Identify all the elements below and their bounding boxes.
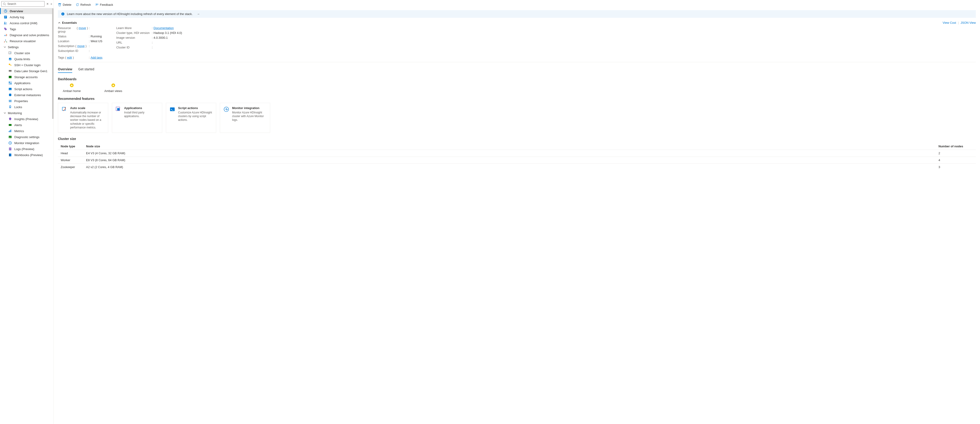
nav-properties[interactable]: Properties [0, 98, 54, 104]
nav-overview[interactable]: Overview [0, 8, 54, 14]
cluster-size-table: Node type Node size Number of nodes Head… [58, 143, 976, 170]
feedback-button[interactable]: Feedback [95, 3, 113, 6]
nav-locks[interactable]: Locks [0, 104, 54, 110]
cell: E4 V3 (4 Cores, 32 GB RAM) [86, 151, 939, 155]
nav-label: Script actions [14, 87, 32, 91]
nav-ssh-login[interactable]: SSH + Cluster login [0, 62, 54, 68]
nav-monitor-integration[interactable]: Monitor integration [0, 140, 54, 146]
svg-rect-17 [11, 65, 11, 66]
nav-quota-limits[interactable]: Quota limits [0, 56, 54, 62]
dashboard-ambari-home[interactable]: Ambari home [58, 83, 86, 93]
svg-point-5 [5, 22, 5, 23]
apps-icon [115, 106, 121, 112]
svg-rect-22 [9, 82, 10, 83]
nav-resource-visualizer[interactable]: Resource visualizer [0, 38, 54, 44]
nav-diagnostic-settings[interactable]: Diagnostic settings [0, 134, 54, 140]
subscription-move[interactable]: move [77, 44, 85, 48]
chevron-down-icon [4, 46, 6, 48]
table-row[interactable]: Worker E8 V3 (8 Cores, 64 GB RAM) 4 [58, 157, 976, 164]
cell: Zookeeper [60, 165, 86, 169]
tab-overview[interactable]: Overview [58, 67, 72, 73]
svg-point-33 [11, 100, 11, 101]
nav-access-control[interactable]: Access control (IAM) [0, 20, 54, 26]
ess-label: URL [116, 41, 151, 44]
nav-section-settings[interactable]: Settings [0, 44, 54, 50]
nav-storage-accounts[interactable]: Storage accounts [0, 74, 54, 80]
nav-label: Data Lake Storage Gen1 [14, 69, 48, 73]
delete-button[interactable]: Delete [58, 3, 72, 6]
cell: 3 [939, 165, 973, 169]
banner-text: Learn more about the new version of HDIn… [67, 12, 192, 16]
nav-label: Metrics [14, 129, 24, 133]
nav-cluster-size[interactable]: Cluster size [0, 50, 54, 56]
tags-edit[interactable]: edit [67, 56, 72, 59]
nav-section-monitoring[interactable]: Monitoring [0, 110, 54, 116]
cluster-size-title: Cluster size [58, 137, 976, 141]
sidebar-scrollbar[interactable] [52, 8, 54, 119]
nav-script-actions[interactable]: Script actions [0, 86, 54, 92]
chevron-up-icon[interactable] [58, 21, 60, 24]
activity-log-icon [4, 15, 7, 19]
essentials-grid: Resource group (move): Status:Running Lo… [58, 26, 976, 59]
card-title: Applications [124, 106, 159, 110]
card-monitor-integration[interactable]: Monitor integrationMonitor Azure HDInsig… [220, 103, 270, 133]
card-applications[interactable]: ApplicationsInstall third party applicat… [112, 103, 162, 133]
resource-group-move[interactable]: move [79, 26, 86, 33]
visualizer-icon [4, 39, 7, 43]
svg-point-44 [96, 3, 97, 5]
dashboards: Ambari home Ambari views [58, 83, 976, 93]
card-script-actions[interactable]: Script actionsCustomize Azure HDInsight … [166, 103, 216, 133]
card-auto-scale[interactable]: Auto scaleAutomatically increase or decr… [58, 103, 108, 133]
nav-label: Locks [14, 105, 22, 109]
svg-rect-21 [9, 76, 11, 76]
nav-activity-log[interactable]: Activity log [0, 14, 54, 20]
svg-rect-3 [5, 17, 6, 17]
svg-rect-46 [63, 14, 63, 15]
view-cost-link[interactable]: View Cost [943, 21, 956, 24]
datalake-icon [8, 69, 12, 73]
sidebar-nav: Overview Activity log Access control (IA… [0, 8, 54, 424]
ess-label: Cluster type, HDI version [116, 31, 151, 35]
search-input[interactable] [7, 2, 43, 6]
svg-point-6 [6, 22, 7, 23]
nav-insights[interactable]: Insights (Preview) [0, 116, 54, 122]
nav-data-lake[interactable]: Data Lake Storage Gen1 [0, 68, 54, 74]
nav-metrics[interactable]: Metrics [0, 128, 54, 134]
ess-label: Tags [58, 56, 64, 59]
refresh-button[interactable]: Refresh [76, 3, 91, 6]
nav-applications[interactable]: Applications [0, 80, 54, 86]
dashboard-ambari-views[interactable]: Ambari views [99, 83, 127, 93]
nav-tags[interactable]: Tags [0, 26, 54, 32]
ess-label: Cluster ID [116, 46, 151, 49]
quota-icon [8, 57, 12, 61]
json-view-link[interactable]: JSON View [961, 21, 976, 24]
script-icon [8, 87, 12, 91]
dashboard-label: Ambari home [63, 89, 81, 93]
nav-diagnose[interactable]: Diagnose and solve problems [0, 32, 54, 38]
dashboard-label: Ambari views [104, 89, 122, 93]
documentation-link[interactable]: Documentation [154, 26, 174, 30]
table-row[interactable]: Zookeeper A2 v2 (2 Cores, 4 GB RAM) 3 [58, 164, 976, 170]
cell: Head [60, 151, 86, 155]
btn-label: Feedback [100, 3, 113, 6]
dashboards-title: Dashboards [58, 77, 976, 81]
nav-workbooks[interactable]: Workbooks (Preview) [0, 152, 54, 158]
ess-label: Status [58, 35, 88, 38]
nav-logs[interactable]: Logs (Preview) [0, 146, 54, 152]
nav-section-label: Monitoring [8, 111, 22, 115]
tab-get-started[interactable]: Get started [78, 67, 94, 73]
nav-external-metastores[interactable]: External metastores [0, 92, 54, 98]
nav-label: Overview [10, 10, 23, 13]
add-tags-link[interactable]: Add tags [91, 56, 102, 59]
sidebar-collapse-icon[interactable]: « [51, 2, 52, 6]
nav-label: Quota limits [14, 57, 30, 61]
table-row[interactable]: Head E4 V3 (4 Cores, 32 GB RAM) 2 [58, 149, 976, 157]
ess-label: Image version [116, 36, 151, 40]
sidebar-close-icon[interactable]: ✕ [46, 2, 49, 6]
card-desc: Monitor Azure HDInsight cluster with Azu… [232, 111, 267, 122]
nav-alerts[interactable]: Alerts [0, 122, 54, 128]
info-banner[interactable]: Learn more about the new version of HDIn… [58, 10, 976, 18]
ess-value: Hadoop 3.1 (HDI 4.0) [154, 31, 182, 35]
svg-rect-53 [170, 108, 175, 111]
sidebar-search[interactable] [2, 1, 45, 7]
